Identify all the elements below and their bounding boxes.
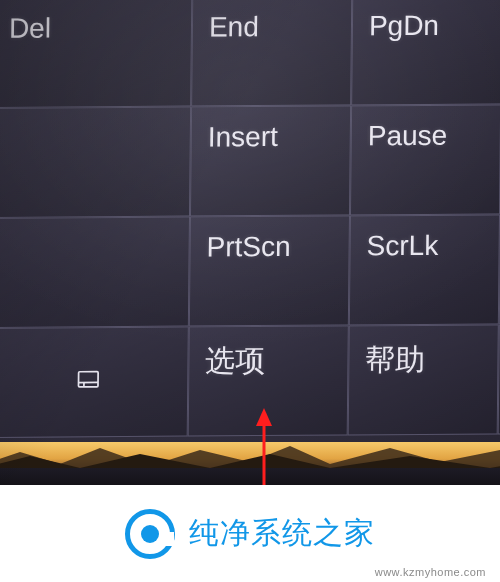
key-prtscn[interactable]: PrtScn (189, 215, 350, 326)
dock-icon (75, 366, 101, 398)
svg-rect-0 (78, 372, 98, 387)
key-label: Del (9, 13, 51, 44)
key-blank-2[interactable] (0, 217, 190, 328)
key-options[interactable]: 选项 (188, 325, 349, 436)
key-end[interactable]: End (191, 0, 352, 107)
watermark-footer: 纯净系统之家 www.kzmyhome.com (0, 485, 500, 582)
taskbar-strip (0, 468, 500, 485)
osk-key-grid: Del End PgDn Insert Pause (0, 0, 500, 438)
key-label: ScrLk (367, 230, 439, 262)
key-label: PgDn (369, 10, 439, 41)
screenshot-stage: { "keyboard": { "rows": [ { "col0": "Del… (0, 0, 500, 582)
brand-url: www.kzmyhome.com (375, 566, 486, 578)
key-dock[interactable] (0, 327, 189, 438)
onscreen-keyboard-region: Del End PgDn Insert Pause (0, 0, 500, 485)
key-label: 选项 (205, 344, 265, 377)
mountain-silhouette (0, 442, 500, 470)
brand-name: 纯净系统之家 (189, 513, 375, 554)
desktop-wallpaper-strip (0, 442, 500, 470)
key-blank-1[interactable] (0, 107, 191, 218)
key-pgdn[interactable]: PgDn (351, 0, 500, 105)
key-help[interactable]: 帮助 (348, 324, 499, 435)
key-label: End (209, 11, 259, 42)
key-label: 帮助 (365, 343, 425, 376)
key-label: PrtScn (207, 231, 291, 263)
key-pause[interactable]: Pause (350, 104, 500, 215)
key-label: Insert (208, 121, 278, 152)
key-insert[interactable]: Insert (190, 105, 351, 216)
brand-logo-icon (125, 509, 175, 559)
key-del[interactable]: Del (0, 0, 192, 108)
key-scrlk[interactable]: ScrLk (349, 214, 500, 325)
key-label: Pause (368, 120, 448, 152)
